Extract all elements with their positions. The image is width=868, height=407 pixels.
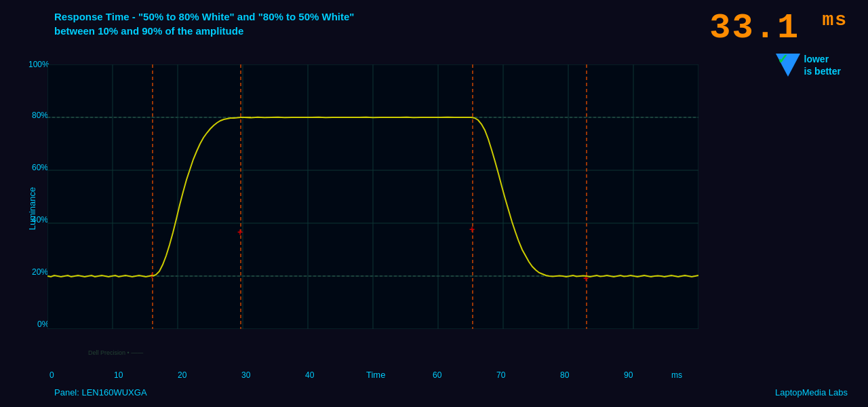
panel-info: Panel: LEN160WUXGA xyxy=(54,387,147,398)
x-label-90: 90 xyxy=(624,370,633,380)
title-line2: between 10% and 90% of the amplitude xyxy=(54,24,354,38)
watermark: Dell Precision • —— xyxy=(88,349,143,356)
x-label-time: Time xyxy=(366,370,385,380)
x-label-80: 80 xyxy=(560,370,569,380)
timer-unit: ms xyxy=(822,9,848,31)
x-label-ms: ms xyxy=(671,370,682,380)
x-label-20: 20 xyxy=(178,370,186,380)
lower-is-better-text: loweris better xyxy=(804,53,841,77)
chart-svg: + + + + xyxy=(47,64,698,329)
y-label-80: 80% xyxy=(32,111,48,120)
y-label-40: 40% xyxy=(32,215,48,225)
x-label-0: 0 xyxy=(50,370,54,380)
timer-value: 33.1 xyxy=(709,8,800,48)
chart-title: Response Time - "50% to 80% White" and "… xyxy=(54,9,354,38)
svg-text:+: + xyxy=(237,227,243,237)
x-label-70: 70 xyxy=(496,370,505,380)
brand-label: LaptopMedia Labs xyxy=(775,387,848,398)
check-icon: ✓ xyxy=(777,51,789,67)
title-line1: Response Time - "50% to 80% White" and "… xyxy=(54,9,354,24)
lower-is-better-badge: ✓ loweris better xyxy=(776,53,841,77)
y-label-60: 60% xyxy=(32,163,48,172)
svg-text:+: + xyxy=(469,224,475,235)
response-time-display: 33.1 ms xyxy=(709,8,848,48)
main-container: Response Time - "50% to 80% White" and "… xyxy=(0,0,868,407)
y-label-20: 20% xyxy=(32,267,48,277)
x-label-30: 30 xyxy=(241,370,250,380)
x-label-40: 40 xyxy=(305,370,314,380)
x-label-60: 60 xyxy=(433,370,441,380)
y-label-100: 100% xyxy=(28,60,50,69)
svg-text:+: + xyxy=(583,273,589,284)
x-label-10: 10 xyxy=(114,370,123,380)
